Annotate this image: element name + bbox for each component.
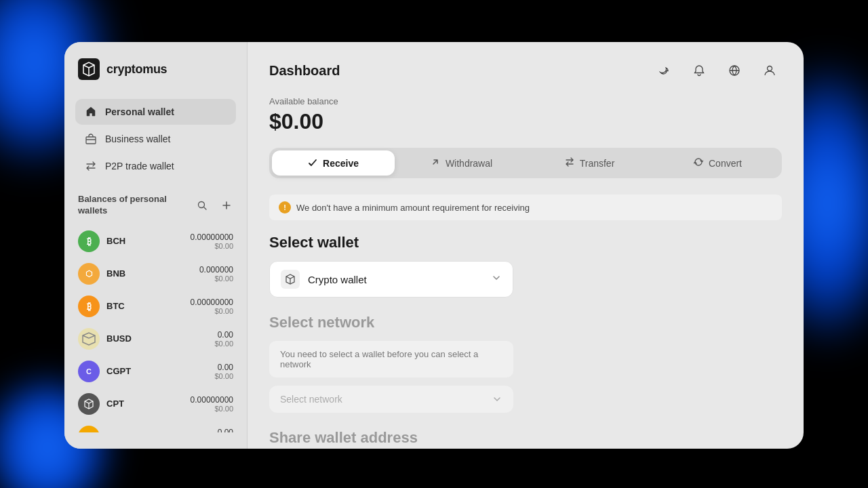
top-icons xyxy=(652,58,782,83)
list-item[interactable]: ◈ DAI 0.00 $0.00 xyxy=(75,420,236,432)
logo-text: cryptomus xyxy=(106,62,167,77)
tab-receive[interactable]: Receive xyxy=(272,150,395,176)
dai-balance: 0.00 $0.00 xyxy=(214,428,233,432)
logo-icon xyxy=(78,58,100,80)
tab-withdrawal-label: Withdrawal xyxy=(446,158,492,169)
tab-convert-label: Convert xyxy=(709,158,742,169)
list-item[interactable]: ⬡ BNB 0.000000 $0.00 xyxy=(75,258,236,290)
bnb-balance: 0.000000 $0.00 xyxy=(199,265,233,283)
svg-point-3 xyxy=(199,201,205,207)
btc-icon: ₿ xyxy=(78,296,100,317)
nav-p2p-wallet[interactable]: P2P trade wallet xyxy=(75,153,236,179)
notifications-button[interactable] xyxy=(687,58,711,83)
btc-symbol: BTC xyxy=(106,301,191,311)
bch-balance: 0.00000000 $0.00 xyxy=(191,232,233,250)
coin-list: ₿ BCH 0.00000000 $0.00 ⬡ BNB 0.000000 $0… xyxy=(75,225,236,432)
dai-icon: ◈ xyxy=(78,426,100,432)
busd-icon xyxy=(78,328,100,350)
balance-amount: $0.00 xyxy=(269,109,782,134)
balance-label: Available balance xyxy=(269,96,782,106)
busd-balance: 0.00 $0.00 xyxy=(214,330,233,348)
nav-personal-wallet-label: Personal wallet xyxy=(105,106,174,117)
bch-symbol: BCH xyxy=(106,236,191,246)
svg-point-5 xyxy=(768,66,772,71)
wallet-dropdown-label: Crypto wallet xyxy=(308,274,367,285)
cgpt-symbol: CGPT xyxy=(106,366,214,376)
theme-toggle-button[interactable] xyxy=(652,58,676,83)
list-item[interactable]: C CGPT 0.00 $0.00 xyxy=(75,355,236,388)
tab-receive-label: Receive xyxy=(323,158,359,169)
select-wallet-title: Select wallet xyxy=(269,234,782,251)
bch-icon: ₿ xyxy=(78,230,100,252)
p2p-icon xyxy=(85,160,97,172)
select-network-title: Select network xyxy=(269,314,782,331)
language-button[interactable] xyxy=(722,58,747,83)
main-content: Dashboard Available balance $0.00 xyxy=(248,42,804,449)
tab-transfer[interactable]: Transfer xyxy=(528,150,651,176)
info-icon: ! xyxy=(279,201,291,214)
cgpt-balance: 0.00 $0.00 xyxy=(214,363,233,380)
cpt-symbol: CPT xyxy=(106,399,191,409)
network-hint-text: You need to select a wallet before you c… xyxy=(280,349,478,369)
tab-convert[interactable]: Convert xyxy=(656,150,779,176)
sidebar: cryptomus Personal wallet Business walle… xyxy=(64,42,248,449)
share-address-title: Share wallet address xyxy=(269,429,782,447)
network-chevron-icon xyxy=(492,394,502,405)
tab-row: Receive Withdrawal Transfer Convert xyxy=(269,148,782,178)
dai-symbol: DAI xyxy=(106,431,214,432)
business-icon xyxy=(85,133,97,145)
svg-rect-1 xyxy=(86,137,96,144)
balances-title: Balances of personal wallets xyxy=(78,194,193,217)
info-text: We don't have a minimum amount requireme… xyxy=(296,203,530,213)
bnb-icon: ⬡ xyxy=(78,263,100,285)
withdrawal-icon xyxy=(431,157,440,169)
profile-button[interactable] xyxy=(757,58,782,83)
cpt-balance: 0.00000000 $0.00 xyxy=(191,395,233,413)
dropdown-chevron-icon xyxy=(491,272,502,286)
cpt-icon xyxy=(78,393,100,415)
convert-icon xyxy=(694,157,703,169)
network-hint: You need to select a wallet before you c… xyxy=(269,341,513,378)
top-bar: Dashboard xyxy=(269,58,782,83)
list-item[interactable]: BUSD 0.00 $0.00 xyxy=(75,323,236,355)
list-item[interactable]: CPT 0.00000000 $0.00 xyxy=(75,388,236,420)
nav-business-wallet-label: Business wallet xyxy=(105,134,171,144)
add-balance-button[interactable] xyxy=(217,196,236,215)
cgpt-icon: C xyxy=(78,361,100,382)
balances-actions xyxy=(193,196,236,215)
page-title: Dashboard xyxy=(269,63,340,79)
tab-transfer-label: Transfer xyxy=(580,158,615,169)
list-item[interactable]: ₿ BTC 0.00000000 $0.00 xyxy=(75,290,236,323)
wallet-dropdown-button[interactable]: Crypto wallet xyxy=(269,261,513,298)
tab-withdrawal[interactable]: Withdrawal xyxy=(400,150,523,176)
network-dropdown[interactable]: Select network xyxy=(269,386,513,413)
balances-header: Balances of personal wallets xyxy=(78,194,236,217)
transfer-icon xyxy=(565,157,574,169)
home-icon xyxy=(85,106,97,118)
list-item[interactable]: ₿ BCH 0.00000000 $0.00 xyxy=(75,225,236,258)
nav-business-wallet[interactable]: Business wallet xyxy=(75,126,236,152)
nav-p2p-wallet-label: P2P trade wallet xyxy=(105,161,174,171)
bnb-symbol: BNB xyxy=(106,268,199,279)
btc-balance: 0.00000000 $0.00 xyxy=(191,298,233,315)
info-bar: ! We don't have a minimum amount require… xyxy=(269,195,782,220)
crypto-wallet-icon xyxy=(281,270,300,289)
search-balance-button[interactable] xyxy=(193,196,212,215)
network-placeholder: Select network xyxy=(280,394,342,405)
busd-symbol: BUSD xyxy=(106,333,214,344)
receive-icon xyxy=(308,157,317,169)
logo-area: cryptomus xyxy=(75,58,236,80)
nav-personal-wallet[interactable]: Personal wallet xyxy=(75,99,236,125)
